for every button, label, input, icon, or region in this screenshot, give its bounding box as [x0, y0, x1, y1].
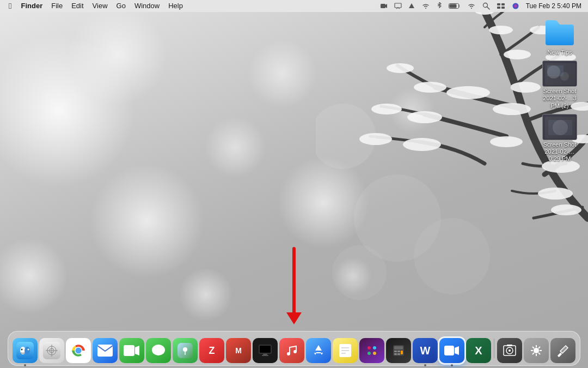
search-icon[interactable]: [480, 2, 492, 10]
menubar-view[interactable]: View: [89, 0, 112, 12]
control-center-icon[interactable]: [494, 3, 507, 9]
dock-maps[interactable]: [173, 338, 198, 363]
svg-point-17: [551, 204, 581, 215]
svg-point-44: [553, 120, 568, 135]
dock-facetime[interactable]: [119, 338, 144, 363]
menubar-window[interactable]: Window: [131, 0, 163, 12]
svg-marker-25: [385, 4, 387, 8]
svg-rect-41: [547, 65, 564, 76]
svg-point-71: [293, 350, 297, 353]
svg-point-58: [76, 348, 82, 354]
siri-icon[interactable]: [510, 2, 522, 10]
svg-rect-29: [449, 4, 456, 8]
svg-point-16: [538, 188, 573, 200]
svg-rect-24: [381, 4, 385, 8]
apple-menu[interactable]: : [4, 1, 16, 11]
excel-label: X: [475, 345, 482, 356]
svg-point-22: [332, 245, 387, 300]
dock-system-prefs[interactable]: [524, 338, 549, 363]
desktop-icon-screenshot2[interactable]: Screen Shot2021-02-…0:29 PM: [540, 114, 579, 163]
dock-finder[interactable]: [13, 338, 38, 363]
svg-point-77: [367, 346, 371, 349]
menubar-datetime[interactable]: Tue Feb 2 5:40 PM: [524, 2, 584, 10]
dock-mail[interactable]: [93, 338, 118, 363]
svg-rect-37: [543, 61, 577, 87]
dock-notes[interactable]: [333, 338, 358, 363]
menubar-edit[interactable]: Edit: [68, 0, 87, 12]
menubar:  Finder File Edit View Go Window Help: [0, 0, 588, 12]
battery-icon[interactable]: [446, 3, 463, 9]
svg-point-65: [183, 347, 187, 352]
svg-point-94: [534, 348, 539, 353]
svg-point-50: [28, 349, 29, 351]
svg-point-23: [414, 218, 490, 294]
svg-line-31: [487, 7, 489, 10]
svg-rect-38: [545, 63, 575, 85]
wifi-icon[interactable]: [419, 3, 432, 9]
dock-screenshot[interactable]: [497, 338, 522, 363]
arrow-head: [286, 312, 302, 324]
svg-point-92: [509, 349, 511, 352]
svg-point-1: [489, 26, 513, 34]
desktop:  Finder File Edit View Go Window Help: [0, 0, 588, 368]
svg-line-101: [532, 353, 534, 354]
dock-slack[interactable]: [359, 338, 384, 363]
svg-rect-82: [394, 346, 403, 349]
cast-icon[interactable]: [392, 3, 404, 9]
menubar-app-name[interactable]: Finder: [17, 0, 46, 12]
screenshot2-label: Screen Shot2021-02-…0:29 PM: [540, 141, 579, 163]
dock-tools[interactable]: [550, 338, 575, 363]
svg-point-3: [510, 82, 541, 93]
dock-appstore[interactable]: [306, 338, 331, 363]
svg-point-40: [560, 72, 569, 81]
dock-messages[interactable]: [146, 338, 171, 363]
menubar-file[interactable]: File: [47, 0, 66, 12]
svg-point-39: [547, 65, 560, 79]
svg-marker-27: [409, 3, 414, 8]
svg-rect-60: [124, 345, 134, 356]
folder-label: New Tips: [547, 49, 572, 56]
dock-excel[interactable]: X: [466, 338, 491, 363]
desktop-icon-screenshot1[interactable]: Screen Shot2021-02-…3 PM (2): [540, 61, 579, 110]
svg-marker-89: [455, 346, 459, 355]
dock: Z M: [8, 331, 580, 366]
svg-rect-93: [507, 345, 512, 346]
svg-point-36: [512, 3, 518, 9]
dock-word[interactable]: W: [413, 338, 438, 363]
svg-point-7: [387, 63, 414, 73]
wifi2-icon[interactable]: [465, 3, 478, 9]
bluetooth-icon[interactable]: [434, 2, 444, 10]
svg-rect-35: [501, 7, 505, 9]
meet-icon[interactable]: [378, 2, 390, 10]
dock-calculator[interactable]: [386, 338, 411, 363]
svg-line-102: [538, 347, 540, 348]
svg-point-79: [367, 352, 371, 355]
zoom-running-dot: [451, 364, 453, 366]
dock-separator: [494, 339, 494, 358]
svg-line-100: [538, 353, 540, 354]
svg-rect-26: [395, 3, 401, 8]
svg-rect-43: [545, 117, 575, 138]
svg-rect-69: [262, 355, 268, 356]
multipass-label: M: [235, 347, 242, 354]
dock-tv[interactable]: [253, 338, 278, 363]
dock-zed[interactable]: Z: [199, 338, 224, 363]
dock-music[interactable]: [279, 338, 304, 363]
menubar-left:  Finder File Edit View Go Window Help: [4, 0, 378, 12]
dock-multipass[interactable]: M: [226, 338, 251, 363]
menubar-go[interactable]: Go: [113, 0, 130, 12]
svg-marker-61: [135, 346, 139, 355]
dock-chrome[interactable]: [66, 338, 91, 363]
arrow-shaft: [292, 247, 296, 312]
dock-zoom[interactable]: [439, 338, 464, 363]
finder-running-dot: [24, 364, 26, 366]
svg-rect-42: [543, 114, 577, 140]
desktop-icon-new-tips[interactable]: New Tips: [540, 17, 579, 56]
svg-point-80: [373, 352, 376, 355]
arrow-icon[interactable]: [406, 3, 417, 9]
svg-point-49: [21, 349, 23, 351]
menubar-help[interactable]: Help: [164, 0, 187, 12]
svg-rect-87: [397, 353, 400, 355]
dock-launchpad[interactable]: [39, 338, 64, 363]
svg-point-4: [493, 103, 531, 115]
